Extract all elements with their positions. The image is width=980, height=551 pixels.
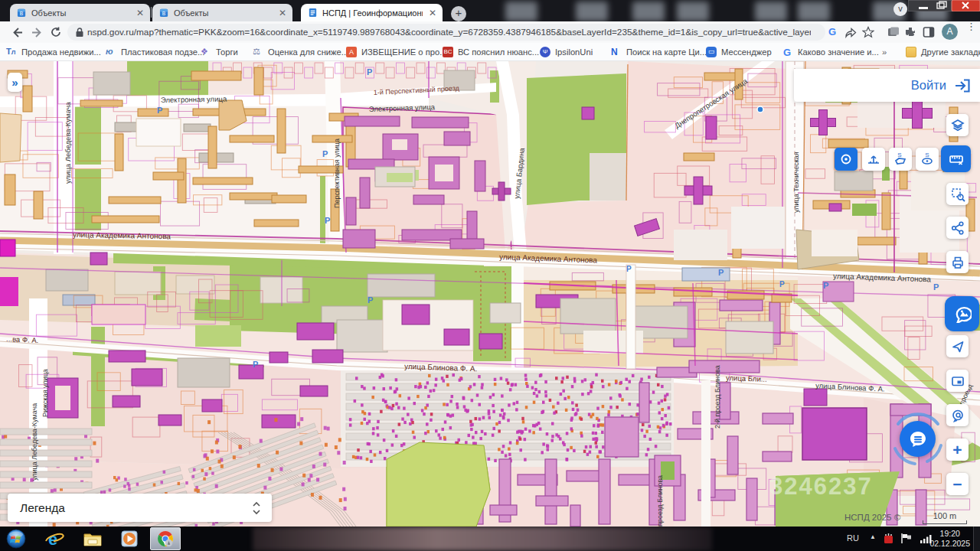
- svg-text:Р: Р: [325, 216, 330, 225]
- svg-text:S: S: [925, 152, 929, 158]
- svg-text:B: B: [20, 11, 23, 16]
- svg-text:Р: Р: [368, 295, 373, 305]
- svg-text:B: B: [162, 11, 165, 16]
- svg-text:2-й проезд Блинова: 2-й проезд Блинова: [714, 365, 721, 429]
- svg-text:S: S: [897, 152, 901, 158]
- svg-text:Р: Р: [823, 281, 828, 290]
- svg-text:Р: Р: [367, 67, 372, 77]
- svg-text:...ва Ф. А.: ...ва Ф. А.: [6, 334, 39, 344]
- svg-text:Р: Р: [933, 282, 939, 292]
- svg-text:улица Техническая: улица Техническая: [792, 152, 800, 213]
- svg-text:Р: Р: [157, 106, 162, 115]
- svg-text:Р: Р: [253, 360, 258, 369]
- svg-text:G: G: [783, 47, 791, 57]
- svg-text:e: e: [48, 530, 57, 549]
- svg-text:улица Бли...: улица Бли...: [726, 373, 767, 383]
- svg-text:улица Лебедева-Кумача: улица Лебедева-Кумача: [64, 101, 72, 184]
- svg-text:Перспективная улица: Перспективная улица: [333, 139, 341, 208]
- svg-text:улица Академика Антонова: улица Академика Антонова: [73, 230, 172, 240]
- svg-text:Р: Р: [779, 280, 785, 289]
- svg-text:Рижская улица: Рижская улица: [41, 369, 49, 417]
- svg-text:Р: Р: [322, 149, 328, 158]
- svg-text:проезд Блинова: проезд Блинова: [656, 475, 664, 527]
- svg-text:Р: Р: [626, 265, 632, 273]
- svg-text:улица Лебедева-Кумача: улица Лебедева-Кумача: [31, 403, 38, 481]
- svg-text:Электронная улица: Электронная улица: [161, 94, 227, 104]
- svg-text:Р: Р: [718, 268, 724, 277]
